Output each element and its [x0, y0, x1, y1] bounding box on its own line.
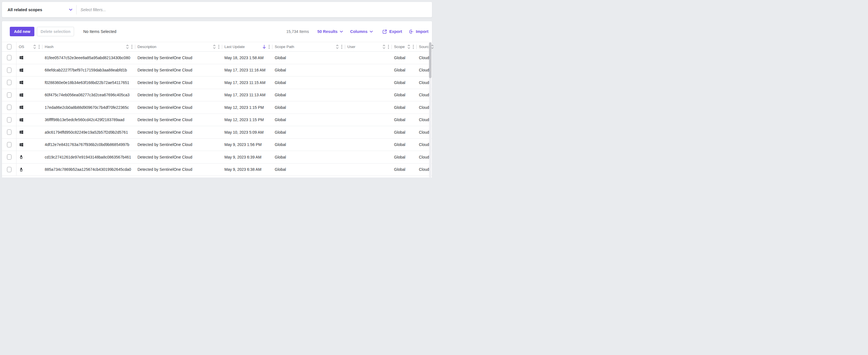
row-checkbox-cell: [2, 101, 17, 114]
sort-icon[interactable]: [407, 45, 410, 49]
select-all-cell: [2, 42, 17, 51]
row-checkbox[interactable]: [7, 167, 11, 172]
column-header-user[interactable]: User: [345, 42, 392, 51]
column-header-scope_path[interactable]: Scope Path: [273, 42, 345, 51]
scope-path-cell: Global: [273, 167, 345, 172]
last-update-cell: May 17, 2023 11:13 AM: [222, 93, 273, 97]
columns-selector-label: Columns: [350, 29, 368, 34]
last-update-cell: May 10, 2023 5:09 AM: [222, 130, 273, 135]
scope-cell: Global: [392, 93, 417, 97]
table-row[interactable]: 60f475c74eb056ea08277c3d2cea67696c405ca3…: [2, 89, 432, 102]
import-icon: [409, 29, 413, 34]
column-menu-icon[interactable]: [413, 45, 414, 49]
row-checkbox[interactable]: [7, 55, 11, 60]
column-menu-icon[interactable]: [269, 45, 270, 49]
scope-path-cell: Global: [273, 130, 345, 135]
sort-desc-icon[interactable]: [262, 45, 266, 49]
row-checkbox[interactable]: [7, 130, 11, 135]
row-checkbox[interactable]: [7, 68, 11, 73]
sort-icon[interactable]: [336, 45, 339, 49]
windows-icon: [20, 56, 23, 60]
hash-cell: 4df12e7e8431763a767f936b2c0bd9b86854997b: [42, 142, 135, 147]
column-label: User: [347, 45, 355, 49]
column-menu-icon[interactable]: [131, 45, 132, 49]
hash-cell: a9c61794ffd950c82249e19a52b57f2d9b2d5761: [42, 130, 135, 135]
last-update-cell: May 17, 2023 11:15 AM: [222, 80, 273, 85]
os-cell: [17, 118, 42, 122]
row-checkbox-cell: [2, 64, 17, 76]
scope-cell: Global: [392, 105, 417, 110]
os-cell: [17, 93, 42, 97]
sort-icon[interactable]: [33, 45, 36, 49]
row-checkbox-cell: [2, 76, 17, 89]
os-cell: [17, 143, 42, 146]
table-row[interactable]: a9c61794ffd950c82249e19a52b57f2d9b2d5761…: [2, 126, 432, 139]
sort-icon[interactable]: [382, 45, 385, 49]
windows-icon: [20, 106, 23, 109]
os-cell: [17, 155, 42, 159]
column-header-os[interactable]: OS: [17, 42, 42, 51]
import-button[interactable]: Import: [409, 29, 428, 34]
column-menu-icon[interactable]: [38, 45, 40, 49]
scrollbar-thumb[interactable]: [429, 42, 432, 78]
os-cell: [17, 68, 42, 72]
column-label: OS: [19, 45, 24, 49]
table-body: 81fee05747c52e3eee8a85a95abd8213430bc080…: [2, 51, 432, 176]
vertical-scrollbar[interactable]: [429, 42, 432, 178]
hash-cell: f0288360e0e18b34e63f168bd22b72ae54117651: [42, 80, 135, 85]
table-row[interactable]: 885a734c7869b52aa125674cb430199b2645cda0…: [2, 164, 432, 176]
blocklist-panel: Add new Delete selection No Items Select…: [2, 21, 432, 178]
row-checkbox[interactable]: [7, 142, 11, 147]
row-checkbox[interactable]: [7, 117, 11, 122]
os-cell: [17, 56, 42, 60]
row-checkbox[interactable]: [7, 80, 11, 85]
column-menu-icon[interactable]: [341, 45, 342, 49]
table-row[interactable]: cd19c2741261de97e91943148ba8c0863567b461…: [2, 151, 432, 164]
sort-icon[interactable]: [213, 45, 216, 49]
table-row[interactable]: f0288360e0e18b34e63f168bd22b72ae54117651…: [2, 76, 432, 89]
results-per-page-selector[interactable]: 50 Results: [317, 29, 343, 34]
row-checkbox[interactable]: [7, 154, 11, 159]
description-cell: Detected by SentinelOne Cloud: [135, 80, 222, 85]
column-header-hash[interactable]: Hash: [42, 42, 135, 51]
column-menu-icon[interactable]: [218, 45, 219, 49]
scope-path-cell: Global: [273, 142, 345, 147]
add-new-button[interactable]: Add new: [10, 27, 34, 36]
column-header-last_update[interactable]: Last Update: [222, 42, 273, 51]
last-update-cell: May 9, 2023 6:39 AM: [222, 155, 273, 159]
scope-selector[interactable]: All related scopes: [2, 2, 76, 17]
windows-icon: [20, 130, 23, 134]
linux-icon: [20, 168, 23, 172]
hash-cell: 60f475c74eb056ea08277c3d2cea67696c405ca3: [42, 93, 135, 97]
filter-bar: All related scopes: [2, 2, 432, 17]
os-cell: [17, 106, 42, 109]
column-header-scope[interactable]: Scope: [392, 42, 417, 51]
table-row[interactable]: 81fee05747c52e3eee8a85a95abd8213430bc080…: [2, 51, 432, 64]
row-checkbox[interactable]: [7, 93, 11, 98]
delete-selection-button[interactable]: Delete selection: [37, 27, 74, 36]
hash-cell: cd19c2741261de97e91943148ba8c0863567b461: [42, 155, 135, 159]
table-row[interactable]: 36ffff98b13e5edcfe560cd42c429f2183789aad…: [2, 114, 432, 127]
column-menu-icon[interactable]: [388, 45, 389, 49]
description-cell: Detected by SentinelOne Cloud: [135, 155, 222, 159]
windows-icon: [20, 143, 23, 146]
column-header-description[interactable]: Description: [135, 42, 222, 51]
export-label: Export: [389, 29, 402, 34]
windows-icon: [20, 118, 23, 122]
table-row[interactable]: 17eda86e2cb0a8b88d909670c7b4df70fe22365c…: [2, 101, 432, 114]
table-row[interactable]: 4df12e7e8431763a767f936b2c0bd9b86854997b…: [2, 139, 432, 151]
columns-selector[interactable]: Columns: [350, 29, 373, 34]
table-row[interactable]: 68efdcab2227f7bef97c17159dab3aa88eabfd1b…: [2, 64, 432, 77]
table-header: OSHashDescriptionLast UpdateScope PathUs…: [2, 42, 432, 51]
select-all-checkbox[interactable]: [7, 44, 11, 49]
last-update-cell: May 18, 2023 1:58 AM: [222, 56, 273, 60]
filters-input[interactable]: [76, 2, 432, 17]
row-checkbox[interactable]: [7, 105, 11, 110]
scope-path-cell: Global: [273, 80, 345, 85]
description-cell: Detected by SentinelOne Cloud: [135, 117, 222, 122]
linux-icon: [20, 155, 23, 159]
export-button[interactable]: Export: [382, 29, 402, 34]
scope-cell: Global: [392, 117, 417, 122]
column-label: Description: [137, 45, 156, 49]
sort-icon[interactable]: [126, 45, 129, 49]
